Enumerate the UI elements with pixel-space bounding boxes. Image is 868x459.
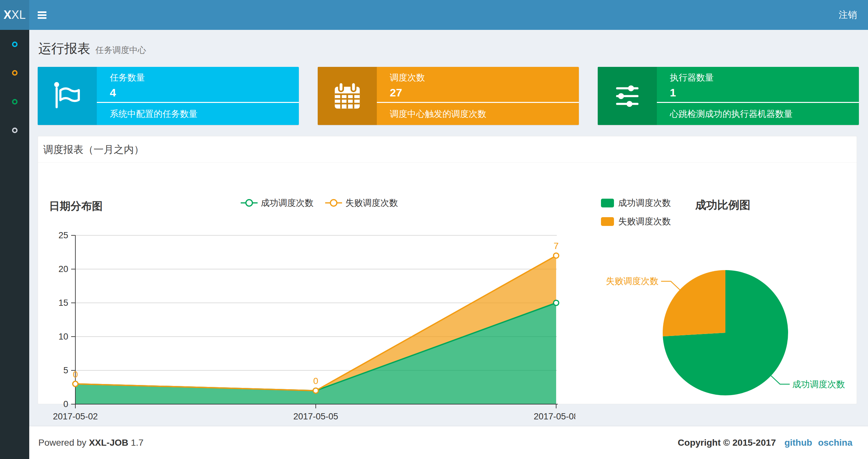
sidebar-item-2[interactable]	[0, 59, 29, 88]
sidebar-toggle-button[interactable]	[38, 8, 51, 22]
svg-text:0: 0	[313, 376, 318, 386]
circle-o-icon	[12, 70, 18, 76]
svg-text:2017-05-05: 2017-05-05	[293, 412, 338, 421]
legend-swatch-icon	[601, 217, 614, 226]
y-axis-labels: 0510152025	[59, 230, 68, 409]
top-navbar: XXL 注销	[0, 0, 868, 30]
svg-text:10: 10	[59, 332, 68, 341]
panel-body: 日期分布图 成功调度次数失败调度次数 05101520252017-05-022…	[38, 163, 857, 404]
stat-card-body: 执行器数量 1 心跳检测成功的执行器机器数量	[657, 67, 859, 125]
stat-card-jobs: 任务数量 4 系统中配置的任务数量	[38, 67, 299, 125]
legend-item-1[interactable]: 成功调度次数	[241, 197, 313, 209]
github-link[interactable]: github	[784, 437, 812, 448]
brand-name: XXL-JOB	[89, 437, 128, 448]
circle-o-icon	[12, 99, 18, 104]
pie-slice-label: 失败调度次数	[606, 276, 658, 286]
footer: Powered by XXL-JOB 1.7 Copyright © 2015-…	[29, 426, 868, 459]
sidebar-item-3[interactable]	[0, 87, 29, 116]
line-chart-legend: 成功调度次数失败调度次数	[241, 197, 398, 209]
stat-title: 调度次数	[390, 72, 579, 84]
pie-legend-item-2[interactable]: 失败调度次数	[601, 216, 671, 227]
pie-leader-line	[771, 375, 790, 384]
content-area: 运行报表任务调度中心 任务数量 4 系统中配置的任务数量	[29, 30, 868, 426]
svg-text:0: 0	[63, 399, 68, 409]
powered-by: Powered by XXL-JOB 1.7	[38, 437, 144, 448]
stat-value: 1	[670, 86, 859, 99]
line-marker-icon	[325, 198, 342, 207]
divider	[97, 102, 299, 103]
svg-text:25: 25	[59, 230, 68, 240]
legend-label: 失败调度次数	[345, 197, 398, 209]
success-ratio-pie-chart[interactable]: 成功调度次数失败调度次数	[595, 251, 855, 419]
logo-text-bold: X	[4, 8, 11, 22]
svg-text:5: 5	[63, 365, 68, 375]
divider	[657, 102, 859, 103]
page-title: 运行报表	[38, 41, 90, 56]
stat-value: 4	[110, 86, 299, 99]
powered-prefix: Powered by	[38, 437, 86, 448]
stat-card-executors: 执行器数量 1 心跳检测成功的执行器机器数量	[598, 67, 859, 125]
sliders-icon	[598, 67, 657, 125]
legend-swatch-icon	[601, 199, 614, 207]
circle-o-icon	[12, 128, 18, 133]
pie-chart-legend: 成功调度次数失败调度次数	[601, 197, 671, 234]
stat-description: 调度中心触发的调度次数	[390, 108, 486, 120]
stat-card-triggers: 调度次数 27 调度中心触发的调度次数	[318, 67, 579, 125]
pie-chart-title: 成功比例图	[695, 198, 750, 212]
app-logo[interactable]: XXL	[0, 0, 29, 30]
flag-icon	[38, 67, 97, 125]
stat-title: 执行器数量	[670, 72, 859, 84]
sidebar	[0, 30, 29, 459]
divider	[377, 102, 579, 103]
legend-item-2[interactable]: 失败调度次数	[325, 197, 398, 209]
legend-label: 成功调度次数	[618, 197, 671, 209]
svg-text:7: 7	[554, 241, 559, 251]
pie-leader-line	[661, 281, 680, 290]
svg-text:2017-05-08: 2017-05-08	[534, 412, 575, 421]
stat-value: 27	[390, 86, 579, 99]
panel-title: 调度报表（一月之内）	[38, 136, 857, 163]
sidebar-item-4[interactable]	[0, 116, 29, 145]
circle-o-icon	[12, 41, 18, 47]
svg-text:2017-05-02: 2017-05-02	[53, 412, 98, 421]
pie-legend-item-1[interactable]: 成功调度次数	[601, 197, 671, 209]
schedule-report-panel: 调度报表（一月之内） 日期分布图 成功调度次数失败调度次数 0510152025…	[38, 136, 857, 404]
stat-description: 心跳检测成功的执行器机器数量	[670, 108, 793, 120]
stat-card-body: 任务数量 4 系统中配置的任务数量	[97, 67, 299, 125]
hamburger-icon	[38, 11, 51, 19]
oschina-link[interactable]: oschina	[818, 437, 852, 448]
date-distribution-chart[interactable]: 05101520252017-05-022017-05-052017-05-08…	[46, 221, 575, 426]
legend-label: 失败调度次数	[618, 216, 671, 227]
pie-slice-label: 成功调度次数	[792, 380, 845, 389]
svg-text:20: 20	[59, 264, 68, 274]
logout-button[interactable]: 注销	[835, 0, 861, 30]
pie-slices	[663, 270, 788, 395]
svg-text:0: 0	[73, 369, 78, 380]
version: 1.7	[131, 437, 144, 448]
x-axis-labels: 2017-05-022017-05-052017-05-08	[53, 412, 575, 421]
stat-card-body: 调度次数 27 调度中心触发的调度次数	[377, 67, 579, 125]
stat-description: 系统中配置的任务数量	[110, 108, 197, 120]
svg-text:15: 15	[59, 298, 68, 308]
page-subtitle: 任务调度中心	[95, 45, 146, 55]
copyright: Copyright © 2015-2017	[678, 437, 776, 448]
stat-title: 任务数量	[110, 72, 299, 84]
calendar-icon	[318, 67, 377, 125]
line-chart-title: 日期分布图	[49, 199, 103, 214]
line-marker-icon	[241, 198, 258, 207]
sidebar-item-1[interactable]	[0, 30, 29, 59]
pie-slice-2	[663, 270, 725, 336]
legend-label: 成功调度次数	[261, 197, 313, 209]
logo-text-rest: XL	[11, 8, 26, 22]
page-header: 运行报表任务调度中心	[38, 40, 146, 58]
stat-cards-row: 任务数量 4 系统中配置的任务数量	[38, 67, 859, 125]
